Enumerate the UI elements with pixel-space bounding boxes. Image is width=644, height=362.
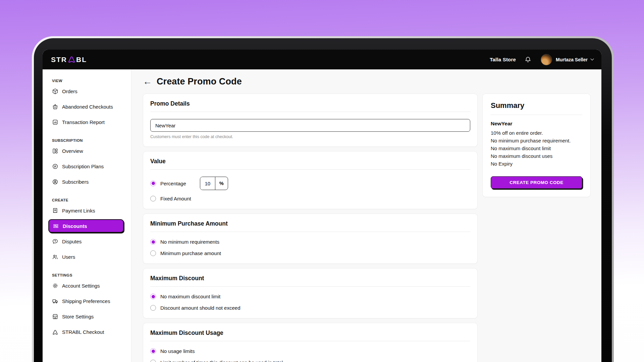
plans-icon	[52, 163, 58, 170]
promo-details-card: Promo Details Customers must enter this …	[143, 94, 478, 147]
sidebar-section-settings: SETTINGS Account Settings Shipping Prefe…	[52, 273, 124, 340]
sidebar-item-label: Shipping Preferences	[62, 298, 110, 304]
sidebar-item-label: Disputes	[62, 239, 82, 244]
section-label: VIEW	[52, 79, 124, 83]
report-icon	[52, 119, 58, 125]
chat-bubble-icon	[52, 238, 58, 245]
laptop-bezel: STR BL Talla Store Murtaza Seller	[34, 38, 612, 362]
card-title: Promo Details	[150, 100, 470, 107]
sidebar-section-subscription: SUBSCRIPTION Overview Subscription Plans…	[52, 138, 124, 189]
radio-no-usage-limits[interactable]	[150, 348, 156, 354]
sidebar-item-label: Account Settings	[62, 283, 100, 289]
laptop-frame: STR BL Talla Store Murtaza Seller	[32, 36, 614, 362]
divider	[150, 286, 470, 287]
radio-label: Percentage	[160, 181, 186, 186]
summary-line: 10% off on entire order.	[491, 129, 582, 137]
avatar[interactable]	[541, 54, 552, 65]
strabl-logo: STR BL	[51, 55, 87, 64]
percentage-amount-group: %	[200, 177, 228, 190]
summary-card: Summary NewYear 10% off on entire order.…	[482, 94, 591, 197]
promo-code-helper: Customers must enter this code at checko…	[150, 134, 470, 139]
user-name: Murtaza Seller	[556, 57, 588, 62]
brand-text-post: BL	[76, 56, 87, 64]
sidebar-item-label: Orders	[62, 88, 77, 94]
sidebar-item-orders[interactable]: Orders	[52, 83, 124, 99]
radio-limit-usage[interactable]	[150, 360, 156, 362]
sidebar-item-users[interactable]: Users	[52, 249, 124, 264]
basket-icon	[52, 104, 58, 110]
radio-label: No maximum discount limit	[160, 294, 220, 299]
summary-title: Summary	[491, 101, 582, 110]
sidebar-section-create: CREATE Payment Links Discounts Disputes	[52, 198, 124, 264]
sidebar-item-overview[interactable]: Overview	[52, 143, 124, 159]
sidebar-item-subscription-plans[interactable]: Subscription Plans	[52, 159, 124, 174]
summary-code: NewYear	[491, 121, 582, 127]
brand-text-pre: STR	[51, 56, 67, 64]
promo-code-input[interactable]	[150, 119, 470, 132]
sidebar-item-disputes[interactable]: Disputes	[52, 234, 124, 249]
sidebar-item-strabl-checkout[interactable]: STRABL Checkout	[52, 324, 124, 340]
create-promo-code-button[interactable]: CREATE PROMO CODE	[491, 176, 582, 189]
sidebar-item-label: Overview	[62, 148, 83, 154]
app-screen: STR BL Talla Store Murtaza Seller	[43, 50, 601, 362]
sidebar-item-discounts[interactable]: Discounts	[48, 219, 124, 233]
summary-line: No minimum purchase requirement.	[491, 137, 582, 144]
receipt-icon	[52, 207, 58, 214]
radio-label: Discount amount should not exceed	[160, 305, 240, 311]
strabl-triangle-icon	[52, 329, 58, 335]
user-menu[interactable]: Murtaza Seller	[556, 57, 594, 62]
sidebar: VIEW Orders Abandoned Checkouts Transact…	[43, 69, 131, 362]
radio-fixed-amount[interactable]	[150, 196, 156, 201]
sidebar-item-abandoned-checkouts[interactable]: Abandoned Checkouts	[52, 99, 124, 114]
radio-max-cap[interactable]	[150, 305, 156, 311]
sidebar-item-account-settings[interactable]: Account Settings	[52, 278, 124, 293]
back-button[interactable]: ←	[143, 77, 152, 86]
sidebar-item-store-settings[interactable]: Store Settings	[52, 309, 124, 324]
sidebar-item-label: Users	[62, 254, 75, 260]
percent-unit-label: %	[215, 177, 228, 190]
divider	[150, 341, 470, 341]
subscriber-icon	[52, 179, 58, 185]
section-label: CREATE	[52, 198, 124, 202]
storefront-icon	[52, 313, 58, 320]
page-title: Create Promo Code	[157, 76, 242, 87]
summary-line: No Expiry	[491, 160, 582, 168]
divider	[150, 232, 470, 232]
sidebar-item-shipping-preferences[interactable]: Shipping Preferences	[52, 293, 124, 309]
chevron-down-icon	[590, 58, 594, 61]
discount-usage-card: Maximum Discount Usage No usage limits L…	[143, 323, 478, 362]
app-header: STR BL Talla Store Murtaza Seller	[43, 50, 601, 69]
radio-label: Minimum purchase amount	[160, 250, 221, 256]
sidebar-item-label: Payment Links	[62, 208, 95, 214]
sidebar-item-label: Subscription Plans	[62, 164, 104, 169]
divider	[491, 115, 582, 115]
main-content: ← Create Promo Code Promo Details Custom…	[131, 69, 601, 362]
radio-no-max-limit[interactable]	[150, 294, 156, 299]
sidebar-item-label: Transaction Report	[62, 119, 105, 125]
radio-label: No usage limits	[160, 348, 195, 354]
card-title: Minimum Purchase Amount	[150, 220, 470, 227]
percentage-amount-input[interactable]	[200, 177, 215, 190]
radio-minimum-amount[interactable]	[150, 250, 156, 256]
ticket-percent-icon	[53, 223, 59, 229]
section-label: SUBSCRIPTION	[52, 138, 124, 142]
radio-percentage[interactable]	[150, 181, 156, 186]
notifications-bell-icon[interactable]	[525, 56, 531, 63]
divider	[150, 169, 470, 170]
value-card: Value Percentage %	[143, 151, 478, 209]
radio-label: Limit number of times this discount can …	[160, 360, 283, 362]
card-title: Value	[150, 158, 470, 165]
sidebar-section-view: VIEW Orders Abandoned Checkouts Transact…	[52, 79, 124, 130]
summary-line: No maximum discount limit	[491, 144, 582, 152]
sidebar-item-payment-links[interactable]: Payment Links	[52, 203, 124, 218]
package-icon	[52, 88, 58, 95]
gear-icon	[52, 283, 58, 289]
minimum-purchase-card: Minimum Purchase Amount No minimum requi…	[143, 214, 478, 264]
truck-icon	[52, 298, 58, 304]
sidebar-item-transaction-report[interactable]: Transaction Report	[52, 114, 124, 130]
sidebar-item-subscribers[interactable]: Subscribers	[52, 174, 124, 189]
overview-icon	[52, 148, 58, 154]
maximum-discount-card: Maximum Discount No maximum discount lim…	[143, 268, 478, 318]
radio-no-minimum[interactable]	[150, 239, 156, 245]
card-title: Maximum Discount Usage	[150, 329, 470, 337]
